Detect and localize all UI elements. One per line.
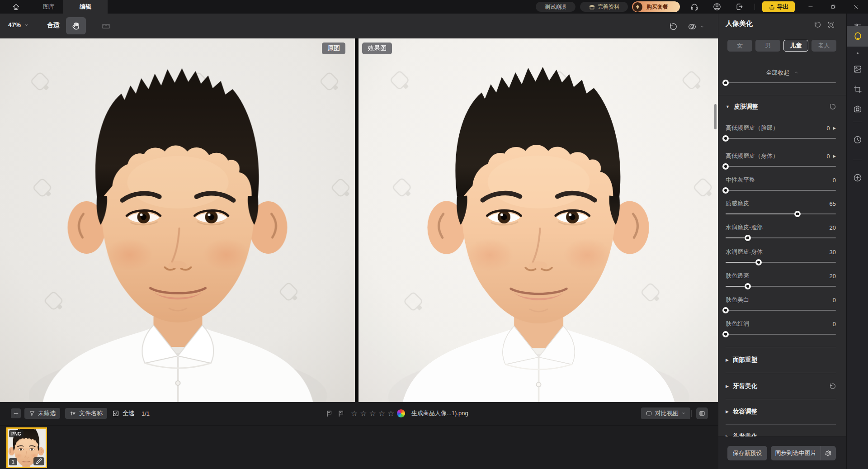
- tab-edit[interactable]: 编辑: [63, 0, 108, 14]
- section-label: 妆容调整: [733, 407, 757, 416]
- tab-male[interactable]: 男: [755, 40, 780, 52]
- buy-package-button[interactable]: 购买套餐: [632, 1, 680, 12]
- slider-row: 水润磨皮-脸部 20: [726, 223, 836, 243]
- add-tool-button[interactable]: [847, 170, 868, 185]
- sort-icon: [70, 410, 76, 417]
- clock-icon: [853, 135, 863, 145]
- section-teeth[interactable]: ▶ 牙齿美化: [726, 377, 836, 395]
- face-detect-button[interactable]: [826, 19, 836, 29]
- camera-tool-button[interactable]: [847, 101, 868, 117]
- expand-arrow-icon[interactable]: ▶: [833, 126, 836, 130]
- undo-button[interactable]: [667, 22, 677, 32]
- flag-pick-button[interactable]: [326, 408, 333, 419]
- crop-guide-tool-button[interactable]: [96, 17, 116, 34]
- panel-footer: 保存新预设 同步到选中图片: [718, 436, 846, 469]
- select-all-control[interactable]: 全选: [112, 408, 134, 419]
- history-tool-button[interactable]: [847, 132, 868, 147]
- expand-arrow-icon[interactable]: ▶: [833, 154, 836, 158]
- triangle-right-icon: ▶: [726, 358, 729, 362]
- crop-icon: [853, 85, 863, 94]
- add-image-button[interactable]: [11, 408, 21, 418]
- slider-row: 水润磨皮-身体 30: [726, 248, 836, 268]
- image-filter-icon: [853, 64, 863, 74]
- star-icon[interactable]: ☆: [387, 409, 394, 418]
- fit-view-button[interactable]: 合适: [47, 21, 60, 29]
- filter-label: 未筛选: [38, 409, 56, 417]
- face-scan-icon: [827, 20, 835, 29]
- tab-elderly[interactable]: 老人: [811, 40, 836, 52]
- gear-icon: [825, 450, 832, 457]
- effect-image[interactable]: [359, 38, 718, 402]
- tab-child[interactable]: 儿童: [783, 40, 808, 52]
- save-preset-button[interactable]: 保存新预设: [727, 446, 767, 460]
- teeth-reset-button[interactable]: [828, 382, 836, 390]
- slider-track[interactable]: [726, 259, 836, 265]
- slider-label: 肤色美白: [726, 296, 749, 304]
- filter-tool-button[interactable]: [847, 62, 868, 77]
- slider-track[interactable]: [726, 331, 836, 337]
- split-view-button[interactable]: [696, 407, 708, 419]
- sync-settings-button[interactable]: [821, 450, 836, 457]
- minimize-button[interactable]: [803, 0, 818, 14]
- exit-app-button[interactable]: [734, 1, 745, 12]
- camera-icon: [853, 104, 863, 114]
- chevron-down-icon: [700, 24, 704, 29]
- account-button[interactable]: [711, 1, 723, 12]
- zoom-level-dropdown[interactable]: 47%: [8, 21, 29, 28]
- split-view-icon: [698, 410, 706, 417]
- slider-track[interactable]: [726, 235, 836, 241]
- slider-value: 0: [833, 297, 836, 303]
- slider-track[interactable]: [726, 135, 836, 142]
- star-icon[interactable]: ☆: [360, 409, 367, 418]
- section-face-reshape[interactable]: ▶ 面部重塑: [726, 351, 836, 369]
- slider-track[interactable]: [726, 283, 836, 289]
- slider-track[interactable]: [726, 307, 836, 313]
- star-icon[interactable]: ☆: [351, 409, 358, 418]
- slider-label: 质感磨皮: [726, 199, 749, 208]
- hand-tool-button[interactable]: [66, 17, 86, 34]
- slider-label: 水润磨皮-脸部: [726, 223, 763, 232]
- star-rating[interactable]: ☆☆☆☆☆: [351, 408, 394, 419]
- filter-dropdown[interactable]: 未筛选: [24, 408, 60, 419]
- slider-track[interactable]: [726, 163, 836, 170]
- chevron-up-icon: [794, 70, 799, 75]
- crop-tool-button[interactable]: [847, 81, 868, 97]
- home-button[interactable]: [8, 1, 24, 12]
- complete-profile-button[interactable]: 完善资料: [580, 2, 628, 12]
- section-makeup[interactable]: ▶ 妆容调整: [726, 403, 836, 421]
- skin-section-header[interactable]: ▼ 皮肤调整: [726, 102, 836, 111]
- maximize-button[interactable]: [826, 0, 841, 14]
- edited-badge: [33, 457, 44, 465]
- support-button[interactable]: [689, 1, 700, 12]
- gift-icon: [589, 4, 595, 10]
- titlebar-separator: [755, 4, 755, 10]
- compare-view-dropdown[interactable]: 对比视图: [641, 407, 690, 419]
- color-label-button[interactable]: [397, 408, 405, 419]
- global-intensity-slider[interactable]: [726, 80, 836, 86]
- sort-dropdown[interactable]: 文件名称: [65, 408, 107, 419]
- thumbnail-selected[interactable]: PNG 1: [6, 427, 47, 468]
- sync-to-selected-button[interactable]: 同步到选中图片: [771, 446, 836, 460]
- ruler-icon: [101, 21, 111, 31]
- canvas-scrollbar[interactable]: [714, 104, 717, 129]
- compare-mode-dropdown[interactable]: [687, 22, 704, 32]
- export-button[interactable]: 导出: [762, 1, 795, 12]
- portrait-beautify-tool-button[interactable]: [847, 28, 868, 44]
- tab-female[interactable]: 女: [727, 40, 752, 52]
- bottombar-separator: [691, 410, 692, 417]
- star-icon[interactable]: ☆: [369, 409, 376, 418]
- tool-indicator-dot: [857, 52, 859, 54]
- test-crash-button[interactable]: 测试崩溃: [536, 2, 576, 12]
- export-label: 导出: [777, 3, 789, 11]
- slider-label: 肤色红润: [726, 320, 749, 328]
- tab-gallery[interactable]: 图库: [34, 0, 63, 14]
- original-image[interactable]: [0, 38, 355, 402]
- close-button[interactable]: [848, 0, 863, 14]
- slider-track[interactable]: [726, 211, 836, 217]
- flag-reject-button[interactable]: [337, 408, 345, 419]
- collapse-all-button[interactable]: 全部收起: [718, 69, 846, 77]
- slider-track[interactable]: [726, 187, 836, 194]
- skin-reset-button[interactable]: [828, 103, 836, 111]
- panel-reset-button[interactable]: [811, 19, 821, 29]
- star-icon[interactable]: ☆: [378, 409, 385, 418]
